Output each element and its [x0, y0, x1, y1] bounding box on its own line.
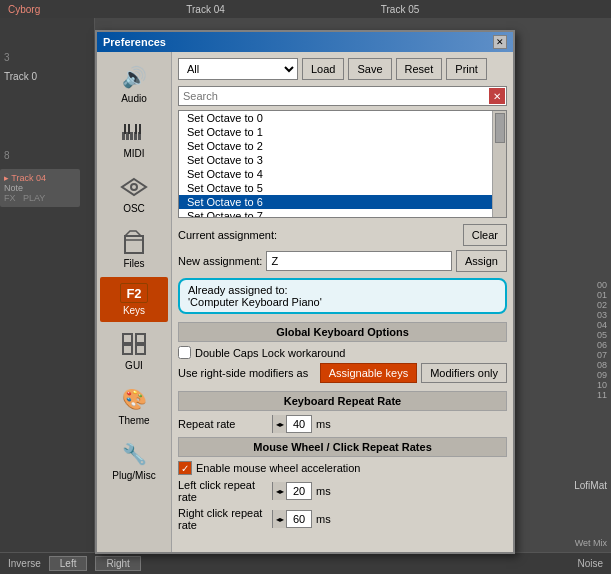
- files-icon: [120, 228, 148, 256]
- svg-rect-13: [136, 334, 145, 343]
- repeat-rate-unit: ms: [316, 418, 331, 430]
- sidebar-label-files: Files: [123, 258, 144, 269]
- modal-body: 🔊 Audio MIDI OSC Files: [97, 52, 513, 552]
- inverse-label: Inverse: [8, 558, 41, 569]
- svg-marker-9: [122, 179, 146, 195]
- current-assignment-label: Current assignment:: [178, 229, 277, 241]
- modal-close-button[interactable]: ✕: [493, 35, 507, 49]
- reset-button[interactable]: Reset: [396, 58, 443, 80]
- list-item[interactable]: Set Octave to 1: [179, 125, 492, 139]
- modal-titlebar: Preferences ✕: [97, 32, 513, 52]
- left-click-rate-row: Left click repeat rate ◂▸ 20 ms: [178, 479, 507, 503]
- assignable-keys-button[interactable]: Assignable keys: [320, 363, 418, 383]
- daw-right-numbers: 000102030405060708091011: [597, 280, 607, 400]
- wet-mix-label: Wet Mix: [575, 538, 607, 548]
- spinner-arrows[interactable]: ◂▸: [273, 415, 287, 433]
- already-assigned-notice: Already assigned to: 'Computer Keyboard …: [178, 278, 507, 314]
- sidebar-label-audio: Audio: [121, 93, 147, 104]
- keys-icon: F2: [120, 283, 148, 303]
- left-click-label: Left click repeat rate: [178, 479, 268, 503]
- sidebar-label-theme: Theme: [118, 415, 149, 426]
- daw-label-track05: Track 05: [373, 4, 428, 15]
- repeat-rate-label: Repeat rate: [178, 418, 268, 430]
- global-keyboard-header: Global Keyboard Options: [178, 322, 507, 342]
- load-button[interactable]: Load: [302, 58, 344, 80]
- list-item[interactable]: Set Octave to 4: [179, 167, 492, 181]
- left-spinner-arrows[interactable]: ◂▸: [273, 482, 287, 500]
- sidebar-item-gui[interactable]: GUI: [100, 324, 168, 377]
- svg-rect-7: [135, 124, 137, 134]
- mouse-wheel-header: Mouse Wheel / Click Repeat Rates: [178, 437, 507, 457]
- enable-mouse-label: Enable mouse wheel acceleration: [196, 462, 361, 474]
- svg-rect-2: [130, 132, 133, 140]
- sidebar-item-plugmisc[interactable]: 🔧 Plug/Misc: [100, 434, 168, 487]
- repeat-rate-value: 40: [287, 418, 311, 430]
- list-item[interactable]: Set Octave to 7: [179, 209, 492, 217]
- enable-mouse-row: ✓ Enable mouse wheel acceleration: [178, 461, 507, 475]
- search-input[interactable]: [178, 86, 507, 106]
- left-click-value: 20: [287, 485, 311, 497]
- left-click-spinner[interactable]: ◂▸ 20: [272, 482, 312, 500]
- list-item[interactable]: Set Octave to 5: [179, 181, 492, 195]
- modifiers-only-button[interactable]: Modifiers only: [421, 363, 507, 383]
- svg-rect-6: [128, 124, 130, 134]
- new-assignment-row: New assignment: Assign: [178, 250, 507, 272]
- sidebar-item-keys[interactable]: F2 Keys: [100, 277, 168, 322]
- keyboard-repeat-header: Keyboard Repeat Rate: [178, 391, 507, 411]
- double-caps-checkbox[interactable]: [178, 346, 191, 359]
- right-button[interactable]: Right: [95, 556, 140, 571]
- already-assigned-value: 'Computer Keyboard Piano': [188, 296, 322, 308]
- right-click-label: Right click repeat rate: [178, 507, 268, 531]
- sidebar-item-files[interactable]: Files: [100, 222, 168, 275]
- shortcut-list-container: Set Octave to 0 Set Octave to 1 Set Octa…: [178, 110, 507, 218]
- shortcut-list[interactable]: Set Octave to 0 Set Octave to 1 Set Octa…: [179, 111, 492, 217]
- list-item-selected[interactable]: Set Octave to 6: [179, 195, 492, 209]
- print-button[interactable]: Print: [446, 58, 487, 80]
- repeat-rate-row: Repeat rate ◂▸ 40 ms: [178, 415, 507, 433]
- noise-label: Noise: [577, 558, 603, 569]
- new-assignment-input[interactable]: [266, 251, 452, 271]
- new-assignment-label: New assignment:: [178, 255, 262, 267]
- list-item[interactable]: Set Octave to 0: [179, 111, 492, 125]
- sidebar-label-keys: Keys: [123, 305, 145, 316]
- modal-main-content: All Load Save Reset Print ✕ Set Octave t…: [172, 52, 513, 552]
- sidebar-item-theme[interactable]: 🎨 Theme: [100, 379, 168, 432]
- daw-label-track04: Track 04: [178, 4, 233, 15]
- sidebar-item-audio[interactable]: 🔊 Audio: [100, 57, 168, 110]
- current-assignment-row: Current assignment: Clear: [178, 224, 507, 246]
- modal-sidebar: 🔊 Audio MIDI OSC Files: [97, 52, 172, 552]
- category-dropdown[interactable]: All: [178, 58, 298, 80]
- right-click-spinner[interactable]: ◂▸ 60: [272, 510, 312, 528]
- left-button[interactable]: Left: [49, 556, 88, 571]
- double-caps-label: Double Caps Lock workaround: [195, 347, 345, 359]
- daw-left-panel: 3 Track 0 8 ▸ Track 04 Note FX PLAY: [0, 18, 95, 574]
- plugmisc-icon: 🔧: [120, 440, 148, 468]
- daw-label-cyborg: Cyborg: [0, 4, 48, 15]
- right-click-value: 60: [287, 513, 311, 525]
- daw-bottom-bar: Inverse Left Right Noise: [0, 552, 611, 574]
- assign-button[interactable]: Assign: [456, 250, 507, 272]
- sidebar-item-osc[interactable]: OSC: [100, 167, 168, 220]
- modal-title: Preferences: [103, 36, 166, 48]
- svg-point-10: [131, 184, 137, 190]
- right-side-label: Use right-side modifiers as: [178, 367, 316, 379]
- gui-icon: [120, 330, 148, 358]
- list-scrollbar[interactable]: [492, 111, 506, 217]
- right-spinner-arrows[interactable]: ◂▸: [273, 510, 287, 528]
- osc-icon: [120, 173, 148, 201]
- right-click-rate-row: Right click repeat rate ◂▸ 60 ms: [178, 507, 507, 531]
- enable-mouse-checkbox[interactable]: ✓: [178, 461, 192, 475]
- preferences-modal: Preferences ✕ 🔊 Audio MIDI OSC: [95, 30, 515, 554]
- already-assigned-label: Already assigned to:: [188, 284, 288, 296]
- list-item[interactable]: Set Octave to 2: [179, 139, 492, 153]
- save-button[interactable]: Save: [348, 58, 391, 80]
- clear-button[interactable]: Clear: [463, 224, 507, 246]
- list-item[interactable]: Set Octave to 3: [179, 153, 492, 167]
- svg-rect-15: [136, 345, 145, 354]
- sidebar-label-osc: OSC: [123, 203, 145, 214]
- sidebar-label-midi: MIDI: [123, 148, 144, 159]
- search-clear-button[interactable]: ✕: [489, 88, 505, 104]
- sidebar-item-midi[interactable]: MIDI: [100, 112, 168, 165]
- modifier-row: Use right-side modifiers as Assignable k…: [178, 363, 507, 383]
- repeat-rate-spinner[interactable]: ◂▸ 40: [272, 415, 312, 433]
